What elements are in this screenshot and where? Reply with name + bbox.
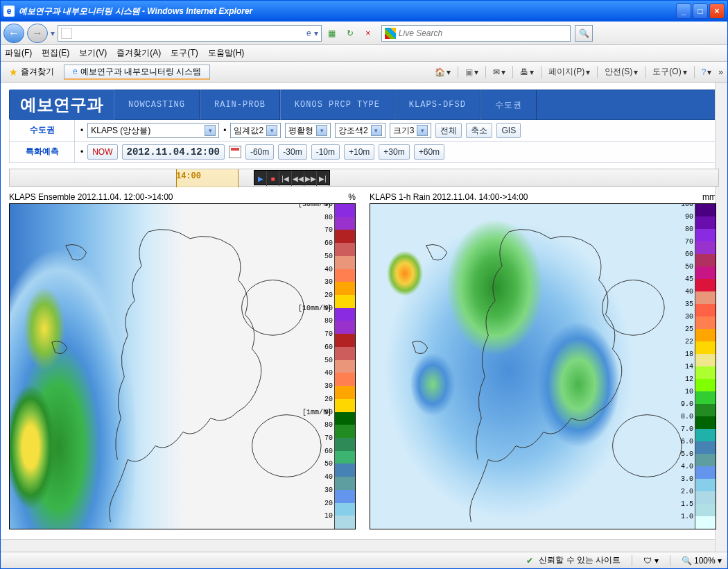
forward-button[interactable]: → xyxy=(27,24,48,43)
chevron-icon[interactable]: » xyxy=(718,67,723,77)
map2-legend: 1009080706050454035302522181412109.08.07… xyxy=(695,204,716,529)
step-m60[interactable]: -60m xyxy=(245,144,274,160)
tab-title: 예보연구과 내부모니터링 시스템 xyxy=(80,66,202,78)
menu-help[interactable]: 도움말(H) xyxy=(208,47,245,59)
refresh-button[interactable]: ↻ xyxy=(343,26,358,41)
gis-button[interactable]: GIS xyxy=(496,123,521,138)
next-button[interactable]: ▶▶ xyxy=(304,171,317,186)
zoom-out-button[interactable]: 축소 xyxy=(466,123,492,138)
home-icon: 🏠 xyxy=(435,67,445,77)
map1-unit: % xyxy=(348,192,356,202)
help-icon: ? xyxy=(702,67,707,77)
site-logo: 예보연구과 xyxy=(10,90,114,120)
threshold-select[interactable]: 임계값2▾ xyxy=(230,123,281,138)
map2-title: KLAPS 1-h Rain 2012.11.04. 14:00->14:00 xyxy=(370,192,528,202)
tools-menu[interactable]: 도구(O) ▾ xyxy=(652,66,686,78)
menu-edit[interactable]: 편집(E) xyxy=(42,47,69,59)
dropdown-icon[interactable]: ▾ xyxy=(314,28,318,38)
map2-unit: mm xyxy=(702,192,716,202)
timeline-current: 14:00 xyxy=(176,171,201,181)
nav-metro[interactable]: 수도권 xyxy=(480,90,537,120)
trusted-site-label: 신뢰할 수 있는 사이트 xyxy=(539,554,621,566)
browser-tab[interactable]: e 예보연구과 내부모니터링 시스템 xyxy=(64,65,210,80)
map1-title: KLAPS Ensemble 2012.11.04. 12:00->14:00 xyxy=(9,192,173,202)
search-input[interactable] xyxy=(399,28,568,38)
section-label: 수도권 xyxy=(10,120,75,141)
print-button[interactable]: 🖶▾ xyxy=(520,67,534,77)
star-icon: ★ xyxy=(9,67,18,78)
print-icon: 🖶 xyxy=(520,67,528,77)
ensemble-map: 90[30mm/h]8070605040302090[10mm/h]807060… xyxy=(9,203,356,529)
svg-point-0 xyxy=(242,280,304,336)
svg-point-1 xyxy=(252,415,322,477)
last-button[interactable]: ▶| xyxy=(317,171,329,186)
section-label: 특화예측 xyxy=(10,142,75,162)
safety-menu[interactable]: 안전(S) ▾ xyxy=(605,66,638,78)
protected-mode-icon[interactable]: 🛡 ▾ xyxy=(643,556,658,566)
rain-map: 1009080706050454035302522181412109.08.07… xyxy=(370,203,716,529)
now-button[interactable]: NOW xyxy=(87,144,117,160)
page-menu[interactable]: 페이지(P) ▾ xyxy=(548,66,590,78)
menu-favorites[interactable]: 즐겨찾기(A) xyxy=(116,47,161,59)
feeds-button[interactable]: ▣▾ xyxy=(465,67,478,77)
maximize-button[interactable]: □ xyxy=(693,3,708,19)
help-button[interactable]: ?▾ xyxy=(702,67,712,77)
back-button[interactable]: ← xyxy=(3,24,24,43)
close-button[interactable]: × xyxy=(709,3,725,19)
vertical-scrollbar[interactable] xyxy=(715,83,727,552)
timeline-slider[interactable]: 14:00 ▶ ■ |◀ ◀◀ ▶▶ ▶| xyxy=(9,169,719,187)
step-p60[interactable]: +60m xyxy=(414,144,444,160)
nav-klaps-dfsd[interactable]: KLAPS-DFSD xyxy=(395,90,480,120)
zoom-control[interactable]: 🔍 100% ▾ xyxy=(682,556,722,566)
status-bar: ✔ 신뢰할 수 있는 사이트 🛡 ▾ 🔍 100% ▾ xyxy=(1,552,727,568)
mail-button[interactable]: ✉▾ xyxy=(493,67,505,77)
page-content: 예보연구과 NOWCASTING RAIN-PROB KONOS PRCP TY… xyxy=(1,83,727,552)
step-p30[interactable]: +30m xyxy=(379,144,409,160)
search-box[interactable] xyxy=(381,25,571,42)
stop-button[interactable]: ■ xyxy=(267,171,279,186)
menu-bar: 파일(F) 편집(E) 보기(V) 즐겨찾기(A) 도구(T) 도움말(H) xyxy=(1,45,727,62)
size-select[interactable]: 크기3▾ xyxy=(390,123,432,138)
first-button[interactable]: |◀ xyxy=(279,171,292,186)
minimize-button[interactable]: _ xyxy=(676,3,691,19)
window-title: 예보연구과 내부모니터링 시스템 - Windows Internet Expl… xyxy=(19,6,676,17)
rss-icon: ▣ xyxy=(465,67,473,77)
check-icon: ✔ xyxy=(526,556,533,566)
step-m30[interactable]: -30m xyxy=(278,144,306,160)
model-select[interactable]: KLAPS (앙상블)▾ xyxy=(87,123,219,138)
step-m10[interactable]: -10m xyxy=(311,144,340,160)
nav-nowcasting[interactable]: NOWCASTING xyxy=(114,90,200,120)
ie-compat-icon: e xyxy=(306,28,311,38)
calendar-icon[interactable] xyxy=(229,146,241,158)
nav-konos[interactable]: KONOS PRCP TYPE xyxy=(280,90,395,120)
play-button[interactable]: ▶ xyxy=(254,171,267,186)
map1-legend: 90[30mm/h]8070605040302090[10mm/h]807060… xyxy=(334,204,355,529)
window-titlebar: e 예보연구과 내부모니터링 시스템 - Windows Internet Ex… xyxy=(1,1,727,22)
all-button[interactable]: 전체 xyxy=(435,123,462,138)
prev-button[interactable]: ◀◀ xyxy=(292,171,304,186)
mail-icon: ✉ xyxy=(493,67,500,77)
step-p10[interactable]: +10m xyxy=(344,144,374,160)
browser-navbar: ← → ▾ e ▾ ▦ ↻ × 🔍 xyxy=(1,22,727,45)
nav-rain-prob[interactable]: RAIN-PROB xyxy=(200,90,280,120)
compat-view-icon[interactable]: ▦ xyxy=(324,26,340,41)
favorites-button[interactable]: ★ 즐겨찾기 xyxy=(5,65,58,79)
ie-icon: e xyxy=(3,6,15,17)
live-search-icon xyxy=(385,28,396,39)
favorites-bar: ★ 즐겨찾기 e 예보연구과 내부모니터링 시스템 🏠▾ ▣▾ ✉▾ 🖶▾ 페이… xyxy=(1,62,727,83)
horizontal-scrollbar[interactable] xyxy=(1,539,715,552)
type-select[interactable]: 평활형▾ xyxy=(285,123,331,138)
dropdown-icon[interactable]: ▾ xyxy=(51,28,55,38)
menu-file[interactable]: 파일(F) xyxy=(5,47,32,59)
stop-button[interactable]: × xyxy=(361,26,376,41)
site-header: 예보연구과 NOWCASTING RAIN-PROB KONOS PRCP TY… xyxy=(9,90,719,120)
address-bar[interactable]: e ▾ xyxy=(58,25,322,42)
color-select[interactable]: 강조색2▾ xyxy=(335,123,385,138)
home-button[interactable]: 🏠▾ xyxy=(435,67,451,77)
menu-view[interactable]: 보기(V) xyxy=(79,47,107,59)
menu-tools[interactable]: 도구(T) xyxy=(171,47,198,59)
url-input[interactable] xyxy=(75,26,306,40)
search-button[interactable]: 🔍 xyxy=(575,25,593,42)
datetime-display[interactable]: 2012.11.04.12:00 xyxy=(122,144,225,160)
page-icon xyxy=(61,28,72,39)
